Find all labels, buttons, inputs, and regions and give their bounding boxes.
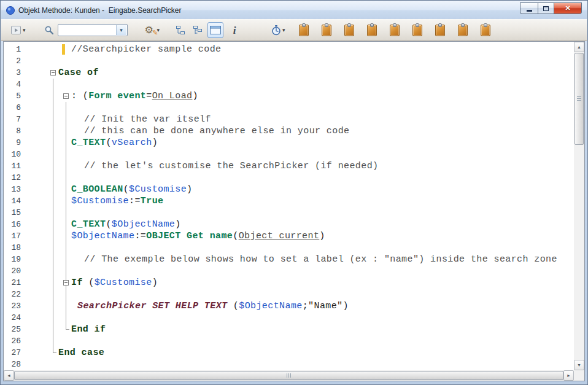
horizontal-scroll-thumb[interactable]: [14, 371, 563, 380]
minimize-button[interactable]: [520, 2, 538, 14]
line-number[interactable]: 7: [4, 114, 21, 125]
line-number[interactable]: 8: [4, 125, 21, 137]
code-line[interactable]: 4: [4, 79, 574, 90]
line-number[interactable]: 5: [4, 90, 21, 102]
line-number[interactable]: 20: [4, 265, 21, 277]
full-window-view-button[interactable]: [207, 22, 223, 38]
code-line[interactable]: 12: [4, 172, 574, 184]
code-line[interactable]: 19// The exemple below shows how to set …: [4, 254, 574, 265]
search-combobox[interactable]: ▾: [58, 24, 128, 36]
line-number[interactable]: 1: [4, 44, 21, 55]
code-line[interactable]: 8// this can be done anywhere else in yo…: [4, 125, 574, 137]
line-number[interactable]: 17: [4, 230, 21, 242]
clipboard-button-5[interactable]: [387, 22, 402, 38]
clipboard-button-9[interactable]: [478, 22, 493, 38]
code-line[interactable]: 9C_TEXT(vSearch): [4, 137, 574, 149]
clipboard-button-7[interactable]: [433, 22, 447, 38]
line-number[interactable]: 4: [4, 79, 21, 90]
code-line[interactable]: 17$ObjectName:=OBJECT Get name(Object cu…: [4, 230, 574, 242]
code-line[interactable]: 15: [4, 207, 574, 219]
fold-toggle[interactable]: [63, 280, 69, 286]
code-line[interactable]: 28: [4, 359, 574, 370]
clipboard-button-3[interactable]: [342, 22, 357, 38]
search-button[interactable]: [42, 22, 56, 38]
line-number[interactable]: 2: [4, 55, 21, 67]
code-line[interactable]: 5: (Form event=On Load): [4, 90, 574, 102]
code-token-command: C_BOOLEAN: [71, 184, 123, 195]
code-line[interactable]: 1//Searchpicker sample code: [4, 44, 574, 55]
scroll-right-button[interactable]: ►: [563, 370, 574, 381]
clipboard-button-8[interactable]: [455, 22, 470, 38]
fold-toggle[interactable]: [50, 70, 56, 76]
line-number[interactable]: 22: [4, 289, 21, 300]
code-token-plain: ): [152, 138, 158, 148]
code-line[interactable]: 21If ($Customise): [4, 277, 574, 289]
recent-commands-button[interactable]: ▾: [269, 22, 288, 38]
code-line[interactable]: 11// the let's customise the SearchPicke…: [4, 160, 574, 172]
titlebar[interactable]: Objekt Methode: Kunden - Eingabe.SearchP…: [1, 1, 587, 19]
line-number[interactable]: 23: [4, 300, 21, 312]
clipboard-button-1[interactable]: [296, 22, 311, 38]
line-number[interactable]: 11: [4, 160, 21, 172]
info-button[interactable]: i: [227, 22, 242, 38]
line-number[interactable]: 14: [4, 195, 21, 207]
code-line[interactable]: 27End case: [4, 347, 574, 359]
clipboard-button-2[interactable]: [319, 22, 334, 38]
line-number[interactable]: 13: [4, 184, 21, 195]
macros-button[interactable]: ⚙ ✎ ▾: [142, 22, 163, 38]
code-line[interactable]: 25End if: [4, 324, 574, 335]
maximize-button[interactable]: [538, 2, 554, 14]
code-line[interactable]: 16C_TEXT($ObjectName): [4, 219, 574, 230]
code-line[interactable]: 22: [4, 289, 574, 300]
line-number[interactable]: 25: [4, 324, 21, 335]
clipboard-button-6[interactable]: [410, 22, 425, 38]
code-line[interactable]: 14$Customise:=True: [4, 195, 574, 207]
collapse-structure-button[interactable]: [173, 22, 188, 38]
vertical-scrollbar[interactable]: ▲ ▼: [574, 42, 584, 370]
line-number[interactable]: 9: [4, 137, 21, 149]
clipboard-button-4[interactable]: [365, 22, 379, 38]
code-line[interactable]: 23SearchPicker SET HELP TEXT ($ObjectNam…: [4, 300, 574, 312]
code-line[interactable]: 18: [4, 242, 574, 254]
code-token-comment: // Init the var itself: [84, 114, 211, 125]
code-area[interactable]: 1//Searchpicker sample code23Case of45: …: [4, 42, 574, 370]
app-window: Objekt Methode: Kunden - Eingabe.SearchP…: [0, 0, 588, 385]
combobox-dropdown-button[interactable]: ▾: [116, 25, 126, 35]
line-number[interactable]: 19: [4, 254, 21, 265]
line-number[interactable]: 27: [4, 347, 21, 359]
scroll-up-button[interactable]: ▲: [574, 42, 584, 52]
line-number[interactable]: 12: [4, 172, 21, 184]
line-number[interactable]: 18: [4, 242, 21, 254]
line-number[interactable]: 15: [4, 207, 21, 219]
code-line[interactable]: 24: [4, 312, 574, 324]
code-token-variable: $Customise: [129, 184, 187, 195]
code-line[interactable]: 2: [4, 55, 574, 67]
line-number[interactable]: 28: [4, 359, 21, 370]
horizontal-scrollbar[interactable]: ◄ ►: [4, 370, 574, 381]
code-line[interactable]: 13C_BOOLEAN($Customise): [4, 184, 574, 195]
line-number[interactable]: 24: [4, 312, 21, 324]
line-number[interactable]: 16: [4, 219, 21, 230]
code-line[interactable]: 6: [4, 102, 574, 114]
chevron-down-icon: ▾: [120, 28, 123, 33]
fold-toggle[interactable]: [63, 93, 69, 99]
line-number[interactable]: 10: [4, 149, 21, 160]
expand-structure-button[interactable]: [190, 22, 205, 38]
scroll-down-button[interactable]: ▼: [574, 360, 584, 370]
code-line[interactable]: 10: [4, 149, 574, 160]
code-line[interactable]: 26: [4, 335, 574, 347]
vertical-scroll-thumb[interactable]: [574, 53, 584, 145]
code-line[interactable]: 3Case of: [4, 67, 574, 79]
code-token-comment: // The exemple below shows how to set a …: [84, 254, 557, 265]
scroll-left-icon: ◄: [7, 373, 11, 378]
line-number[interactable]: 3: [4, 67, 21, 79]
line-number[interactable]: 21: [4, 277, 21, 289]
code-line[interactable]: 7// Init the var itself: [4, 114, 574, 125]
dropdown-arrow-icon: ▾: [23, 28, 26, 33]
line-number[interactable]: 26: [4, 335, 21, 347]
run-method-button[interactable]: ▾: [9, 22, 28, 38]
line-number[interactable]: 6: [4, 102, 21, 114]
scroll-left-button[interactable]: ◄: [4, 370, 14, 381]
code-line[interactable]: 20: [4, 265, 574, 277]
close-button[interactable]: ✕: [554, 2, 582, 14]
